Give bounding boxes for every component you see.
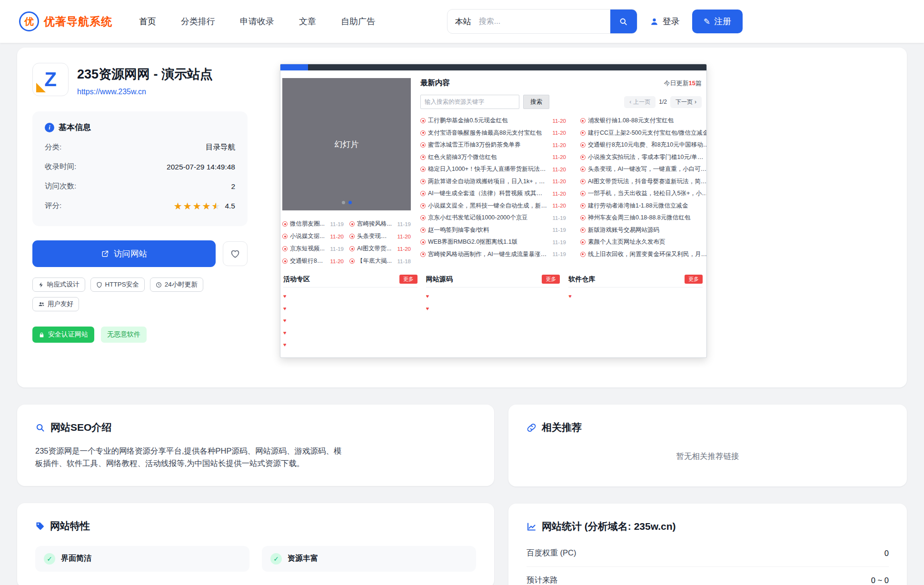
main-nav: 首页分类排行申请收录文章自助广告 <box>139 16 375 27</box>
hot-icon <box>420 179 426 184</box>
rating-label: 评分: <box>45 201 61 211</box>
brand-name: 优著导航系统 <box>44 14 112 29</box>
hot-icon <box>349 258 355 264</box>
hot-icon <box>580 155 586 160</box>
clock-icon <box>156 282 162 288</box>
login-link[interactable]: 登录 <box>650 16 680 27</box>
item-title: AI一键生成全套道（法律）科普视频 或其他套... <box>428 189 547 198</box>
site-screenshot[interactable]: 幻灯片 微信朋友圈... 11-19 宫崎骏风格... 11-19 <box>280 64 707 358</box>
item-date: 11-20 <box>549 142 566 148</box>
item-date: 11-19 <box>327 221 344 227</box>
star-icons-fill: ★★★★★ <box>174 201 217 211</box>
preview-list-item: 交通银行8充10元电费、和8充10元中国移动话费 11-20 <box>580 139 707 151</box>
brand[interactable]: 优 优著导航系统 <box>19 11 112 31</box>
navbar: 优 优著导航系统 首页分类排行申请收录文章自助广告 本站 登录 ✎ 注册 <box>0 0 924 43</box>
nav-link[interactable]: 自助广告 <box>341 16 375 27</box>
hot-icon <box>580 191 586 196</box>
search-scope-select[interactable]: 本站 <box>447 16 479 27</box>
preview-list-item: 头条变现，AI一键改写，一键直重，小白可做... 11-20 <box>580 163 707 176</box>
item-date: 11-20 <box>549 118 566 124</box>
preview-list-item: ♥ <box>426 290 560 303</box>
stat-value: 0 ~ 0 <box>871 576 889 585</box>
search-input[interactable] <box>479 17 610 26</box>
preview-list-item: ♥ <box>283 339 417 351</box>
info-row: 收录时间: 2025-07-29 14:49:48 <box>45 157 235 177</box>
rating-value: 4.5 <box>225 202 235 210</box>
item-title: AI图文带货... <box>357 245 392 253</box>
slideshow-label: 幻灯片 <box>335 139 359 150</box>
stat-label: 预计来路 <box>527 575 558 585</box>
hot-icon <box>580 142 586 148</box>
info-label: 分类: <box>45 142 61 152</box>
preview-list-item: 小说推文实拍玩法，零成本零门槛10元/单，轻... 11-20 <box>580 151 707 164</box>
external-link-icon <box>101 250 109 258</box>
preview-list-item: 新版游戏账号交易网站源码 11-19 <box>580 224 707 237</box>
item-title: 工行鹏华基金抽0.5元现金红包 <box>428 117 547 125</box>
visit-site-button[interactable]: 访问网站 <box>32 240 216 267</box>
preview-list-item: ♥ <box>426 303 560 315</box>
preview-list-item: 交通银行8充... 11-20 <box>282 257 344 265</box>
feature-tags: 响应式设计 HTTPS安全 24小时更新 用户友好 <box>32 278 248 311</box>
item-title: 京东小红书发笔记领1000-2000个京豆 <box>428 214 547 222</box>
item-title: 新版游戏账号交易网站源码 <box>588 226 707 234</box>
info-value: 2025-07-29 14:49:48 <box>167 163 235 171</box>
features-card: 网站特性 ✓ 界面简洁 ✓ 资源丰富 <box>17 503 494 585</box>
nav-link[interactable]: 申请收录 <box>240 16 274 27</box>
item-title: 建行劳动者港湾抽1-1.88元微信立减金 <box>588 202 707 210</box>
hot-icon <box>420 239 426 245</box>
preview-pagination: ‹上一页 1/2 下一页› <box>624 96 702 108</box>
hot-icon <box>420 215 426 220</box>
hot-icon <box>580 252 586 257</box>
more-button: 更多 <box>542 275 560 284</box>
info-label: 访问次数: <box>45 181 76 191</box>
hot-icon <box>282 221 288 227</box>
heart-icon: ♥ <box>283 306 287 311</box>
site-logo: Z <box>32 63 69 96</box>
seo-title: 网站SEO介绍 <box>50 421 111 434</box>
nav-link[interactable]: 文章 <box>299 16 316 27</box>
preview-list-item: 蜜雪冰城雪王币抽3万份奶茶免单券 11-20 <box>420 139 566 151</box>
hot-icon <box>349 234 355 239</box>
page-indicator: 1/2 <box>659 99 667 105</box>
search-button[interactable] <box>610 9 637 34</box>
hot-icon <box>580 239 586 245</box>
preview-list-item: 京东短视频... 11-19 <box>282 245 344 253</box>
preview-list-item: AI图文带货... 11-20 <box>349 245 411 253</box>
info-value: 目录导航 <box>206 142 235 152</box>
prev-page-button: ‹上一页 <box>624 96 656 108</box>
item-date: 11-20 <box>549 130 566 136</box>
item-title: 小说推文实拍玩法，零成本零门槛10元/单，轻... <box>588 153 707 161</box>
carousel-dot <box>342 201 345 204</box>
nav-link[interactable]: 分类排行 <box>181 16 215 27</box>
site-detail-card: Z 235资源网网 - 演示站点 https://www.235w.cn i 基… <box>17 48 907 387</box>
item-title: 小说媒文据... <box>290 232 325 240</box>
search-icon <box>619 17 628 26</box>
latest-article-grid: 工行鹏华基金抽0.5元现金红包 11-20 支付宝语音唤醒服务抽最高88元支付宝… <box>420 115 702 260</box>
preview-list-item: 浦发银行抽1.08-88元支付宝红包 11-20 <box>580 115 707 127</box>
item-title: 稳定日入1000+！快手无人直播带货新玩法，... <box>428 165 547 173</box>
item-date: 11-19 <box>549 239 566 245</box>
item-title: 建行CC豆上架2-500元支付宝红包/微信立减金 <box>588 129 707 137</box>
seo-description: 235资源网是一个专业的网络资源分享平台,提供各种PHP源码、网站源码、游戏源码… <box>35 445 345 470</box>
item-date: 11-19 <box>549 215 566 221</box>
site-url-link[interactable]: https://www.235w.cn <box>77 88 146 96</box>
heart-icon: ♥ <box>568 294 572 299</box>
item-date: 11-18 <box>394 258 411 264</box>
favorite-button[interactable] <box>223 241 248 266</box>
search-icon <box>35 423 45 433</box>
preview-search-input <box>420 95 519 109</box>
item-title: WEB界面RMBG2.0抠图离线1.1版 <box>428 238 547 246</box>
slideshow-placeholder: 幻灯片 <box>282 78 411 210</box>
tag-responsive: 响应式设计 <box>32 278 85 292</box>
hot-icon <box>580 118 586 123</box>
basic-info-panel: i 基本信息 分类: 目录导航 收录时间: 2025-07-29 14:49:4… <box>32 111 248 226</box>
star-rating: ★★★★★★★★★★ <box>174 201 221 211</box>
nav-link[interactable]: 首页 <box>139 16 156 27</box>
features-grid: ✓ 界面简洁 ✓ 资源丰富 <box>35 546 476 572</box>
hot-icon <box>420 228 426 233</box>
item-date: 11-20 <box>327 258 344 264</box>
users-icon <box>38 301 45 307</box>
preview-list-item: 京东小红书发笔记领1000-2000个京豆 11-19 <box>420 212 566 224</box>
stats-title: 网站统计 (分析域名: 235w.cn) <box>542 520 676 533</box>
register-button[interactable]: ✎ 注册 <box>692 10 743 33</box>
